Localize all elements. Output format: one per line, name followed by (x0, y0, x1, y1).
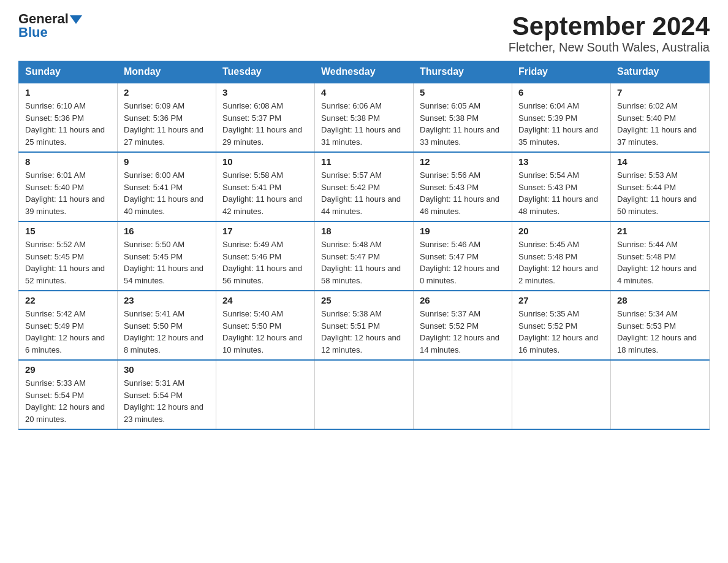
calendar-cell: 28 Sunrise: 5:34 AM Sunset: 5:53 PM Dayl… (611, 291, 710, 360)
day-info: Sunrise: 5:38 AM Sunset: 5:51 PM Dayligh… (321, 308, 407, 356)
day-info: Sunrise: 5:57 AM Sunset: 5:42 PM Dayligh… (321, 169, 407, 217)
day-number: 6 (518, 87, 604, 98)
day-info: Sunrise: 5:45 AM Sunset: 5:48 PM Dayligh… (518, 239, 604, 286)
day-number: 26 (420, 295, 506, 305)
calendar-cell: 29 Sunrise: 5:33 AM Sunset: 5:54 PM Dayl… (19, 360, 118, 429)
calendar-cell: 2 Sunrise: 6:09 AM Sunset: 5:36 PM Dayli… (118, 83, 216, 152)
calendar-cell: 4 Sunrise: 6:06 AM Sunset: 5:38 PM Dayli… (315, 83, 414, 152)
day-info: Sunrise: 6:06 AM Sunset: 5:38 PM Dayligh… (321, 100, 407, 148)
calendar-table: Sunday Monday Tuesday Wednesday Thursday… (18, 61, 710, 430)
day-info: Sunrise: 5:56 AM Sunset: 5:43 PM Dayligh… (420, 169, 506, 217)
calendar-cell: 20 Sunrise: 5:45 AM Sunset: 5:48 PM Dayl… (512, 221, 611, 291)
calendar-cell: 22 Sunrise: 5:42 AM Sunset: 5:49 PM Dayl… (19, 291, 118, 360)
calendar-cell: 26 Sunrise: 5:37 AM Sunset: 5:52 PM Dayl… (414, 291, 512, 360)
day-info: Sunrise: 5:34 AM Sunset: 5:53 PM Dayligh… (617, 308, 703, 356)
day-info: Sunrise: 5:50 AM Sunset: 5:45 PM Dayligh… (124, 239, 210, 286)
day-number: 7 (617, 87, 703, 98)
calendar-cell: 8 Sunrise: 6:01 AM Sunset: 5:40 PM Dayli… (19, 152, 118, 221)
calendar-cell: 7 Sunrise: 6:02 AM Sunset: 5:40 PM Dayli… (611, 83, 710, 152)
col-sunday: Sunday (19, 61, 118, 83)
calendar-cell: 23 Sunrise: 5:41 AM Sunset: 5:50 PM Dayl… (118, 291, 216, 360)
calendar-cell: 18 Sunrise: 5:48 AM Sunset: 5:47 PM Dayl… (315, 221, 414, 291)
day-info: Sunrise: 6:10 AM Sunset: 5:36 PM Dayligh… (25, 100, 111, 148)
day-info: Sunrise: 5:48 AM Sunset: 5:47 PM Dayligh… (321, 239, 407, 286)
calendar-cell: 15 Sunrise: 5:52 AM Sunset: 5:45 PM Dayl… (19, 221, 118, 291)
day-number: 15 (25, 226, 111, 236)
calendar-row-1: 1 Sunrise: 6:10 AM Sunset: 5:36 PM Dayli… (19, 83, 710, 152)
day-info: Sunrise: 6:00 AM Sunset: 5:41 PM Dayligh… (124, 169, 210, 217)
day-number: 19 (420, 226, 506, 236)
day-info: Sunrise: 5:35 AM Sunset: 5:52 PM Dayligh… (518, 308, 604, 356)
month-title: September 2024 (509, 12, 710, 40)
day-info: Sunrise: 5:46 AM Sunset: 5:47 PM Dayligh… (420, 239, 506, 286)
logo-top-line: General (18, 12, 82, 26)
day-info: Sunrise: 5:42 AM Sunset: 5:49 PM Dayligh… (25, 308, 111, 356)
day-number: 28 (617, 295, 703, 305)
day-info: Sunrise: 6:04 AM Sunset: 5:39 PM Dayligh… (518, 100, 604, 148)
day-info: Sunrise: 6:09 AM Sunset: 5:36 PM Dayligh… (124, 100, 210, 148)
day-number: 1 (25, 87, 111, 98)
day-info: Sunrise: 6:08 AM Sunset: 5:37 PM Dayligh… (222, 100, 308, 148)
calendar-cell (414, 360, 512, 429)
calendar-cell: 6 Sunrise: 6:04 AM Sunset: 5:39 PM Dayli… (512, 83, 611, 152)
calendar-cell: 27 Sunrise: 5:35 AM Sunset: 5:52 PM Dayl… (512, 291, 611, 360)
calendar-row-3: 15 Sunrise: 5:52 AM Sunset: 5:45 PM Dayl… (19, 221, 710, 291)
day-number: 9 (124, 156, 210, 167)
day-number: 21 (617, 226, 703, 236)
col-friday: Friday (512, 61, 611, 83)
calendar-cell: 10 Sunrise: 5:58 AM Sunset: 5:41 PM Dayl… (216, 152, 315, 221)
day-number: 30 (124, 364, 210, 375)
day-info: Sunrise: 5:31 AM Sunset: 5:54 PM Dayligh… (124, 377, 210, 425)
day-number: 17 (222, 226, 308, 236)
calendar-cell: 9 Sunrise: 6:00 AM Sunset: 5:41 PM Dayli… (118, 152, 216, 221)
calendar-cell: 5 Sunrise: 6:05 AM Sunset: 5:38 PM Dayli… (414, 83, 512, 152)
col-saturday: Saturday (611, 61, 710, 83)
calendar-cell (512, 360, 611, 429)
day-number: 8 (25, 156, 111, 167)
calendar-cell: 13 Sunrise: 5:54 AM Sunset: 5:43 PM Dayl… (512, 152, 611, 221)
day-number: 24 (222, 295, 308, 305)
col-monday: Monday (118, 61, 216, 83)
day-info: Sunrise: 5:49 AM Sunset: 5:46 PM Dayligh… (222, 239, 308, 286)
day-info: Sunrise: 5:44 AM Sunset: 5:48 PM Dayligh… (617, 239, 703, 286)
day-number: 25 (321, 295, 407, 305)
day-number: 29 (25, 364, 111, 375)
calendar-row-5: 29 Sunrise: 5:33 AM Sunset: 5:54 PM Dayl… (19, 360, 710, 429)
logo-blue-text: Blue (18, 25, 48, 40)
calendar-cell: 1 Sunrise: 6:10 AM Sunset: 5:36 PM Dayli… (19, 83, 118, 152)
title-block: September 2024 Fletcher, New South Wales… (509, 12, 710, 55)
logo: General Blue (18, 12, 82, 39)
calendar-row-2: 8 Sunrise: 6:01 AM Sunset: 5:40 PM Dayli… (19, 152, 710, 221)
day-info: Sunrise: 5:58 AM Sunset: 5:41 PM Dayligh… (222, 169, 308, 217)
day-info: Sunrise: 5:53 AM Sunset: 5:44 PM Dayligh… (617, 169, 703, 217)
calendar-cell (611, 360, 710, 429)
day-number: 16 (124, 226, 210, 236)
day-info: Sunrise: 5:54 AM Sunset: 5:43 PM Dayligh… (518, 169, 604, 217)
calendar-cell: 24 Sunrise: 5:40 AM Sunset: 5:50 PM Dayl… (216, 291, 315, 360)
calendar-cell: 11 Sunrise: 5:57 AM Sunset: 5:42 PM Dayl… (315, 152, 414, 221)
day-number: 23 (124, 295, 210, 305)
col-wednesday: Wednesday (315, 61, 414, 83)
calendar-cell: 17 Sunrise: 5:49 AM Sunset: 5:46 PM Dayl… (216, 221, 315, 291)
day-info: Sunrise: 5:52 AM Sunset: 5:45 PM Dayligh… (25, 239, 111, 286)
page-header: General Blue September 2024 Fletcher, Ne… (18, 12, 710, 55)
day-number: 11 (321, 156, 407, 167)
day-info: Sunrise: 5:33 AM Sunset: 5:54 PM Dayligh… (25, 377, 111, 425)
day-number: 20 (518, 226, 604, 236)
calendar-cell: 3 Sunrise: 6:08 AM Sunset: 5:37 PM Dayli… (216, 83, 315, 152)
day-info: Sunrise: 6:02 AM Sunset: 5:40 PM Dayligh… (617, 100, 703, 148)
day-number: 12 (420, 156, 506, 167)
calendar-cell: 14 Sunrise: 5:53 AM Sunset: 5:44 PM Dayl… (611, 152, 710, 221)
day-info: Sunrise: 5:41 AM Sunset: 5:50 PM Dayligh… (124, 308, 210, 356)
calendar-cell: 16 Sunrise: 5:50 AM Sunset: 5:45 PM Dayl… (118, 221, 216, 291)
calendar-row-4: 22 Sunrise: 5:42 AM Sunset: 5:49 PM Dayl… (19, 291, 710, 360)
col-thursday: Thursday (414, 61, 512, 83)
calendar-cell: 30 Sunrise: 5:31 AM Sunset: 5:54 PM Dayl… (118, 360, 216, 429)
header-row: Sunday Monday Tuesday Wednesday Thursday… (19, 61, 710, 83)
day-number: 27 (518, 295, 604, 305)
day-number: 14 (617, 156, 703, 167)
calendar-cell: 25 Sunrise: 5:38 AM Sunset: 5:51 PM Dayl… (315, 291, 414, 360)
day-info: Sunrise: 5:40 AM Sunset: 5:50 PM Dayligh… (222, 308, 308, 356)
calendar-cell: 19 Sunrise: 5:46 AM Sunset: 5:47 PM Dayl… (414, 221, 512, 291)
calendar-cell: 12 Sunrise: 5:56 AM Sunset: 5:43 PM Dayl… (414, 152, 512, 221)
